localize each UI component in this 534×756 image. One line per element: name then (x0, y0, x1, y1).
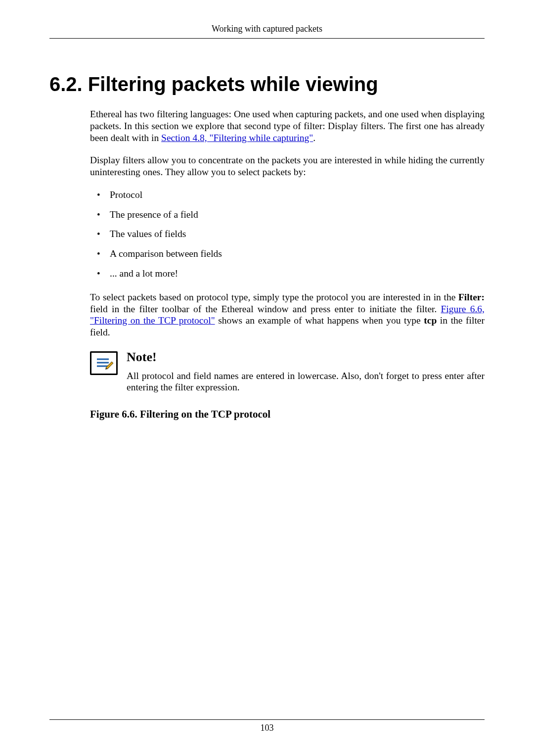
list-item: The values of fields (90, 228, 485, 240)
list-item: Protocol (90, 189, 485, 201)
bold-filter: Filter: (458, 292, 485, 302)
paragraph-2: Display filters allow you to concentrate… (90, 154, 485, 178)
bullet-list: Protocol The presence of a field The val… (90, 189, 485, 280)
figure-caption: Figure 6.6. Filtering on the TCP protoco… (90, 408, 485, 421)
note-lines-icon (94, 356, 114, 371)
list-item: ... and a lot more! (90, 268, 485, 280)
text: field in the filter toolbar of the Ether… (90, 304, 441, 314)
header-rule (49, 38, 485, 39)
running-head: Working with captured packets (49, 24, 485, 34)
text: shows an example of what happens when yo… (215, 315, 424, 326)
note-text: All protocol and field names are entered… (127, 370, 485, 394)
paragraph-3: To select packets based on protocol type… (90, 291, 485, 338)
note-block: Note! All protocol and field names are e… (90, 349, 485, 393)
note-icon (90, 351, 118, 375)
page-number: 103 (49, 723, 485, 733)
section-title: 6.2. Filtering packets while viewing (49, 73, 485, 95)
body-column: Ethereal has two filtering languages: On… (90, 108, 485, 421)
footer: 103 (49, 719, 485, 733)
page: Working with captured packets 6.2. Filte… (0, 0, 534, 756)
link-section-4-8[interactable]: Section 4.8, "Filtering while capturing" (161, 133, 313, 143)
list-item: The presence of a field (90, 209, 485, 221)
text: To select packets based on protocol type… (90, 292, 458, 302)
note-heading: Note! (127, 349, 485, 365)
paragraph-1: Ethereal has two filtering languages: On… (90, 108, 485, 143)
footer-rule (49, 719, 485, 720)
bold-tcp: tcp (424, 315, 437, 326)
text: . (313, 133, 315, 143)
list-item: A comparison between fields (90, 248, 485, 260)
note-content: Note! All protocol and field names are e… (127, 349, 485, 393)
